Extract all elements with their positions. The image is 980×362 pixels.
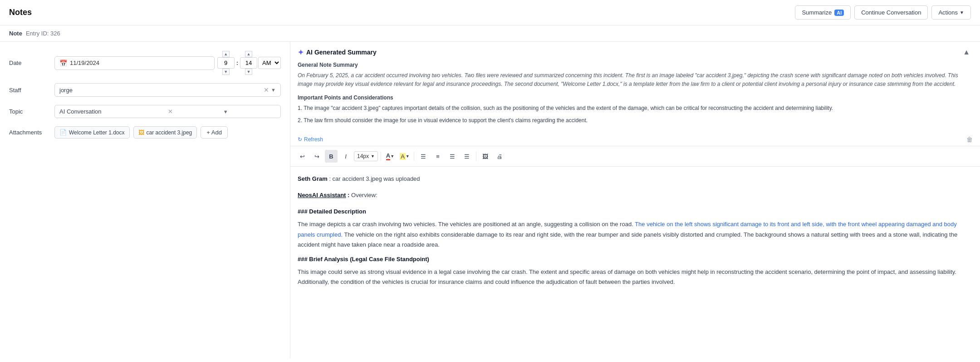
- topic-field-content: AI Conversation ✕ ▼: [54, 105, 281, 118]
- calendar-icon: 📅: [59, 60, 67, 67]
- ai-section1-title: General Note Summary: [298, 61, 973, 69]
- attachment1-name: Welcome Letter 1.docx: [69, 129, 125, 136]
- summarize-label: Summarize: [802, 9, 832, 16]
- attachments-wrap: 📄 Welcome Letter 1.docx 🖼 car accident 3…: [54, 126, 228, 139]
- ai-section2-body1: 1. The image "car accident 3.jpeg" captu…: [298, 104, 973, 113]
- sparkle-icon: ✦: [298, 48, 304, 57]
- date-value: 11/19/2024: [70, 60, 99, 66]
- topic-field-row: Topic AI Conversation ✕ ▼: [9, 105, 281, 118]
- undo-button[interactable]: ↩: [296, 150, 309, 163]
- editor-content[interactable]: Seth Gram : car accident 3.jpeg was uplo…: [290, 167, 980, 358]
- editor-assistant-message: NeosAI Assistant : Overview:: [298, 190, 973, 200]
- date-label: Date: [9, 60, 54, 66]
- editor-sender-separator: :: [329, 175, 332, 182]
- docx-icon: 📄: [59, 129, 67, 136]
- minute-up-button[interactable]: ▲: [245, 51, 252, 57]
- editor-assistant-intro: Overview:: [351, 192, 377, 198]
- ai-section1-body: On February 5, 2025, a car accident occu…: [298, 71, 973, 89]
- ai-summary-title: ✦ AI Generated Summary: [298, 48, 377, 57]
- attachment-jpeg[interactable]: 🖼 car accident 3.jpeg: [133, 126, 197, 139]
- editor-sender-message: car accident 3.jpeg was uploaded: [333, 175, 420, 182]
- right-panel: ✦ AI Generated Summary ▲ General Note Su…: [290, 42, 980, 358]
- redo-button[interactable]: ↪: [310, 150, 323, 163]
- editor-highlight-blue-1: The vehicle on the left shows significan…: [298, 221, 957, 238]
- hour-input[interactable]: [217, 57, 235, 69]
- editor-heading2: ### Brief Analysis (Legal Case File Stan…: [298, 254, 973, 264]
- hour-down-button[interactable]: ▼: [222, 69, 230, 75]
- delete-button[interactable]: 🗑: [966, 136, 973, 143]
- ai-summary-body: General Note Summary On February 5, 2025…: [290, 61, 980, 133]
- ai-summary-footer: ↻ Refresh 🗑: [290, 133, 980, 146]
- editor-toolbar: ↩ ↪ B I 14px ▼ A ▼ A ▼ ☰ ≡: [290, 146, 980, 167]
- editor-paragraph1: The image depicts a car crash involving …: [298, 219, 973, 249]
- collapse-ai-summary-button[interactable]: ▲: [960, 47, 973, 57]
- align-justify-button[interactable]: ☰: [461, 150, 473, 163]
- main-content: Date 📅 11/19/2024 ▲ ▼: [0, 42, 980, 358]
- staff-clear-icon[interactable]: ✕: [263, 86, 270, 94]
- toolbar-separator-3: [476, 152, 476, 161]
- refresh-icon: ↻: [298, 136, 302, 143]
- align-center-button[interactable]: ≡: [431, 150, 444, 163]
- refresh-button[interactable]: ↻ Refresh: [298, 136, 323, 143]
- refresh-label: Refresh: [304, 136, 323, 143]
- ampm-select[interactable]: AM PM: [258, 57, 281, 69]
- time-group: ▲ ▼ : ▲ ▼: [217, 51, 281, 75]
- ai-section2-body2: 2. The law firm should consider the imag…: [298, 116, 973, 125]
- note-label: Note: [9, 30, 22, 37]
- italic-button[interactable]: I: [339, 150, 352, 163]
- hour-up-button[interactable]: ▲: [222, 51, 230, 57]
- entry-id: Entry ID: 326: [26, 30, 60, 37]
- highlight-button[interactable]: A ▼: [398, 150, 411, 163]
- staff-dropdown-icon[interactable]: ▼: [271, 87, 276, 93]
- time-separator: :: [235, 60, 239, 66]
- minute-down-spinners: ▼: [245, 69, 252, 75]
- staff-input[interactable]: [59, 87, 263, 94]
- font-size-chevron: ▼: [371, 154, 375, 159]
- editor-paragraph2: This image could serve as strong visual …: [298, 267, 973, 287]
- bold-button[interactable]: B: [325, 150, 338, 163]
- staff-field-row: Staff ✕ ▼: [9, 83, 281, 97]
- font-color-button[interactable]: A ▼: [384, 150, 397, 163]
- hour-input-box: ▲ ▼: [217, 51, 235, 75]
- align-left-button[interactable]: ☰: [417, 150, 430, 163]
- editor-assistant-colon: :: [348, 192, 351, 198]
- header-actions: Summarize AI Continue Conversation Actio…: [795, 5, 971, 20]
- topic-dropdown-icon[interactable]: ▼: [223, 109, 276, 114]
- minute-input[interactable]: [240, 57, 257, 69]
- toolbar-separator-1: [381, 152, 381, 161]
- topic-clear-icon[interactable]: ✕: [168, 108, 220, 115]
- staff-input-wrap[interactable]: ✕ ▼: [54, 83, 281, 97]
- left-panel: Date 📅 11/19/2024 ▲ ▼: [0, 42, 290, 358]
- editor-assistant-name: NeosAI Assistant: [298, 192, 346, 198]
- summarize-button[interactable]: Summarize AI: [795, 5, 851, 20]
- top-header: Notes Summarize AI Continue Conversation…: [0, 0, 980, 25]
- editor-heading1: ### Detailed Description: [298, 207, 973, 217]
- attachment2-name: car accident 3.jpeg: [147, 129, 192, 136]
- date-field-row: Date 📅 11/19/2024 ▲ ▼: [9, 51, 281, 75]
- jpeg-icon: 🖼: [138, 129, 144, 136]
- date-input[interactable]: 📅 11/19/2024: [54, 56, 215, 70]
- continue-conversation-button[interactable]: Continue Conversation: [854, 5, 928, 20]
- editor-sender-name: Seth Gram: [298, 175, 328, 182]
- print-button[interactable]: 🖨: [494, 150, 506, 163]
- staff-field-content: ✕ ▼: [54, 83, 281, 97]
- attachment-docx[interactable]: 📄 Welcome Letter 1.docx: [54, 126, 130, 139]
- minute-input-box: ▲ ▼: [240, 51, 257, 75]
- editor-user-message: Seth Gram : car accident 3.jpeg was uplo…: [298, 174, 973, 184]
- attachments-field-content: 📄 Welcome Letter 1.docx 🖼 car accident 3…: [54, 126, 281, 139]
- editor-assistant-label: NeosAI Assistant :: [298, 192, 351, 198]
- minute-down-button[interactable]: ▼: [245, 69, 252, 75]
- ai-summary-section: ✦ AI Generated Summary ▲ General Note Su…: [290, 42, 980, 146]
- hour-down-spinners: ▼: [222, 69, 230, 75]
- topic-label: Topic: [9, 108, 54, 115]
- align-right-button[interactable]: ☰: [446, 150, 459, 163]
- topic-input-wrap[interactable]: AI Conversation ✕ ▼: [54, 105, 281, 118]
- add-attachment-button[interactable]: + Add: [201, 126, 228, 139]
- insert-image-button[interactable]: 🖼: [479, 150, 492, 163]
- chevron-down-icon: ▼: [960, 10, 964, 15]
- font-size-select[interactable]: 14px ▼: [354, 151, 378, 161]
- editor-section: ↩ ↪ B I 14px ▼ A ▼ A ▼ ☰ ≡: [290, 146, 980, 358]
- minute-spinners: ▲: [245, 51, 252, 57]
- ai-summary-title-text: AI Generated Summary: [306, 49, 377, 56]
- actions-button[interactable]: Actions ▼: [931, 5, 971, 20]
